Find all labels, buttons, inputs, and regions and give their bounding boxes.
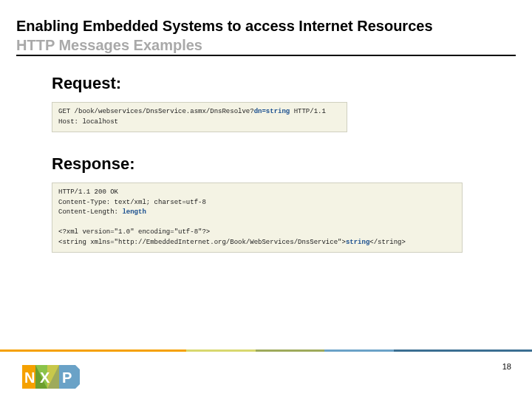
request-line1-querystring: dn=string — [254, 108, 290, 115]
footer-bar-green — [256, 349, 325, 352]
svg-text:X: X — [40, 369, 50, 386]
response-label: Response: — [52, 154, 516, 174]
footer-bar-orange — [0, 349, 186, 352]
response-code-block: HTTP/1.1 200 OK Content-Type: text/xml; … — [52, 183, 463, 253]
slide-header: Enabling Embedded Systems to access Inte… — [0, 0, 532, 61]
slide-subtitle: HTTP Messages Examples — [16, 35, 516, 56]
response-line2: Content-Type: text/xml; charset=utf-8 — [58, 199, 206, 206]
response-line5: <?xml version="1.0" encoding="utf-8"?> — [58, 228, 210, 236]
svg-text:N: N — [24, 369, 35, 386]
request-code-block: GET /book/webservices/DnsService.asmx/Dn… — [52, 102, 347, 132]
footer-bar-yellow — [186, 349, 256, 352]
request-line1-pre: GET /book/webservices/DnsService.asmx/Dn… — [58, 108, 254, 115]
response-line6-value: string — [346, 239, 369, 246]
slide-content: Request: GET /book/webservices/DnsServic… — [0, 61, 532, 253]
response-line1: HTTP/1.1 200 OK — [58, 188, 118, 196]
footer-bar-blue — [324, 349, 394, 352]
slide-title: Enabling Embedded Systems to access Inte… — [16, 16, 516, 35]
svg-text:P: P — [62, 369, 72, 386]
nxp-logo: N X P — [22, 365, 80, 389]
response-line3-length: length — [122, 208, 146, 216]
footer-color-bar — [0, 349, 532, 352]
request-label: Request: — [52, 74, 516, 93]
page-number: 18 — [502, 362, 511, 371]
request-line1-post: HTTP/1.1 — [290, 108, 326, 115]
response-line3-pre: Content-Length: — [58, 208, 122, 216]
response-line6-post: </string> — [369, 239, 406, 246]
footer-bar-darkblue — [394, 349, 532, 352]
request-line2: Host: localhost — [58, 118, 118, 126]
response-line6-pre: <string xmlns="http://EmbeddedInternet.o… — [58, 239, 346, 246]
